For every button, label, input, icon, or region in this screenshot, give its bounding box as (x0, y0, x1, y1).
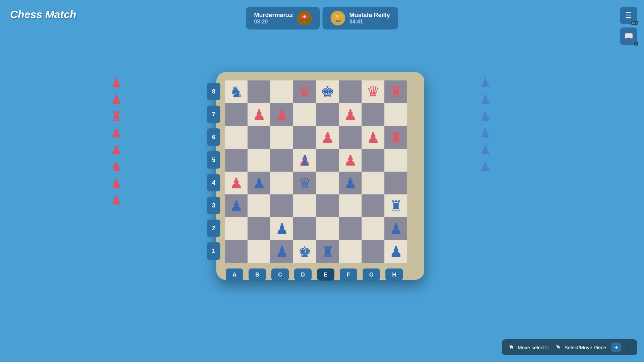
svg-text:♟: ♟ (230, 198, 243, 215)
svg-text:4: 4 (212, 179, 215, 186)
svg-rect-50 (248, 217, 270, 240)
controls-bar: 🖱 Move selector 🖱 Select/Move Piece + I (502, 339, 637, 355)
svg-rect-62 (339, 240, 362, 263)
svg-text:♟: ♟ (230, 175, 243, 192)
svg-rect-19 (270, 126, 293, 149)
svg-rect-29 (316, 149, 339, 172)
svg-rect-39 (362, 172, 384, 194)
svg-text:8: 8 (212, 88, 215, 95)
cap-blue-1: ♟ (480, 75, 533, 90)
cap-blue-4: ♟ (480, 126, 533, 140)
svg-text:A: A (232, 272, 236, 278)
chess-board-svg: 8 7 6 5 4 3 2 1 A B C D E (196, 65, 448, 307)
cap-red-6: ♞ (111, 159, 164, 174)
svg-rect-35 (270, 172, 293, 194)
svg-text:♟: ♟ (253, 107, 266, 123)
svg-text:♜: ♜ (389, 83, 403, 101)
player-1-avatar: ⛑️ (297, 11, 312, 25)
svg-rect-22 (339, 126, 362, 149)
svg-rect-44 (293, 194, 316, 217)
svg-text:♞: ♞ (229, 83, 243, 101)
svg-rect-55 (362, 217, 384, 240)
svg-rect-43 (270, 194, 293, 217)
cap-blue-3: ♟ (480, 109, 533, 124)
svg-text:E: E (324, 272, 328, 278)
svg-rect-15 (362, 103, 384, 126)
player-1-info: Murdermanzz 03:20 (254, 12, 293, 25)
svg-rect-27 (270, 149, 293, 172)
svg-text:2: 2 (212, 225, 215, 232)
player-card-1: Murdermanzz 03:20 ⛑️ (246, 7, 320, 29)
svg-rect-58 (248, 240, 270, 263)
svg-rect-12 (293, 103, 316, 126)
svg-text:♜: ♜ (321, 244, 334, 260)
svg-rect-26 (248, 149, 270, 172)
svg-text:♚: ♚ (321, 83, 334, 101)
plus-button[interactable]: + (611, 343, 621, 352)
svg-text:♟: ♟ (275, 244, 288, 260)
svg-text:6: 6 (212, 134, 215, 140)
svg-text:♟: ♟ (389, 221, 402, 237)
svg-rect-3 (270, 80, 293, 103)
svg-rect-13 (316, 103, 339, 126)
svg-rect-32 (384, 149, 407, 172)
svg-text:♛: ♛ (298, 83, 312, 101)
svg-rect-52 (293, 217, 316, 240)
svg-rect-57 (225, 240, 248, 263)
cap-blue-6: ♟ (480, 159, 533, 174)
svg-rect-47 (362, 194, 384, 217)
svg-text:3: 3 (212, 202, 215, 209)
player-2-time: 04:41 (349, 19, 390, 25)
captured-pieces-blue: ♟ ♟ ♟ ♟ ♟ ♟ (480, 75, 533, 175)
svg-text:♛: ♛ (298, 175, 311, 192)
captured-pieces-red: ♟ ♟ ♜ ♟ ♟ ♞ ♟ ♟ (111, 75, 164, 208)
svg-rect-63 (362, 240, 384, 263)
svg-rect-6 (339, 80, 362, 103)
menu-icon: ☰ (625, 11, 632, 20)
svg-rect-25 (225, 149, 248, 172)
svg-rect-49 (225, 217, 248, 240)
select-move-control: 🖱 Select/Move Piece (554, 344, 606, 351)
player-2-info: Mustafa Reilly 04:41 (349, 12, 390, 25)
svg-rect-53 (316, 217, 339, 240)
cap-red-7: ♟ (111, 176, 164, 191)
svg-text:♛: ♛ (366, 83, 380, 101)
menu-button[interactable]: ☰ Esc (620, 7, 637, 24)
mouse-left-icon: 🖱 (508, 344, 515, 351)
svg-text:♟: ♟ (344, 107, 357, 123)
svg-text:B: B (255, 272, 259, 278)
game-title: Chess Match (10, 8, 76, 21)
svg-rect-37 (316, 172, 339, 194)
cap-blue-5: ♟ (480, 142, 533, 157)
svg-text:1: 1 (212, 248, 215, 254)
svg-text:♚: ♚ (298, 244, 311, 260)
cap-red-1: ♟ (111, 75, 164, 90)
cap-red-8: ♟ (111, 193, 164, 207)
player-1-time: 03:20 (254, 19, 293, 25)
cap-blue-2: ♟ (480, 92, 533, 107)
svg-text:7: 7 (212, 111, 215, 118)
svg-text:♟: ♟ (253, 175, 266, 192)
svg-text:♟: ♟ (321, 130, 334, 146)
svg-text:♟: ♟ (275, 221, 288, 237)
svg-rect-9 (225, 103, 248, 126)
svg-rect-31 (362, 149, 384, 172)
cap-red-3: ♜ (111, 109, 164, 124)
svg-rect-16 (384, 103, 407, 126)
svg-text:♝: ♝ (298, 153, 311, 169)
svg-text:♟: ♟ (344, 175, 357, 192)
svg-text:C: C (278, 272, 282, 278)
svg-text:D: D (301, 272, 305, 278)
svg-rect-54 (339, 217, 362, 240)
svg-text:5: 5 (212, 157, 215, 163)
i-key-badge: I (627, 345, 631, 350)
move-selector-label: Move selector (518, 345, 549, 350)
player-2-name: Mustafa Reilly (349, 12, 390, 19)
svg-rect-18 (248, 126, 270, 149)
player-cards: Murdermanzz 03:20 ⛑️ 🏆 Mustafa Reilly 04… (246, 7, 398, 29)
svg-rect-45 (316, 194, 339, 217)
svg-text:F: F (347, 272, 350, 278)
svg-text:♟: ♟ (367, 130, 380, 146)
svg-rect-42 (248, 194, 270, 217)
cap-red-5: ♟ (111, 142, 164, 157)
